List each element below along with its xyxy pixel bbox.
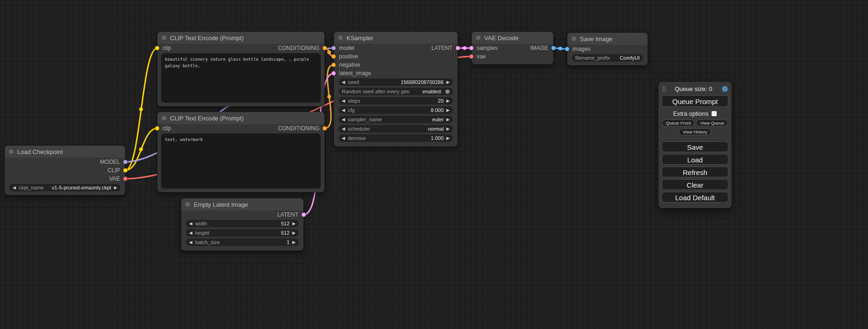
decrement-arrow-icon[interactable]: ◀ (189, 231, 192, 235)
increment-arrow-icon[interactable]: ▶ (446, 108, 450, 112)
sampler-name-widget[interactable]: ◀ sampler_name euler ▶ (339, 116, 453, 123)
conditioning-output-dot[interactable] (323, 126, 327, 131)
drag-handle-icon[interactable] (662, 85, 666, 92)
increment-arrow-icon[interactable]: ▶ (292, 231, 296, 235)
output-slot-latent: LATENT (181, 210, 303, 219)
model-output-dot[interactable] (123, 160, 127, 164)
clip-input-dot[interactable] (155, 126, 159, 131)
node-title: VAE Decode (484, 35, 518, 42)
images-input-dot[interactable] (565, 47, 569, 51)
node-load-checkpoint[interactable]: Load Checkpoint MODEL CLIP VAE ◀ ckpt_na… (5, 146, 125, 195)
queue-front-button[interactable]: Queue Front (662, 119, 694, 126)
increment-arrow-icon[interactable]: ▶ (446, 136, 450, 140)
collapse-dot-icon[interactable] (162, 35, 166, 40)
node-header[interactable]: Empty Latent Image (181, 198, 303, 210)
node-header[interactable]: KSampler (334, 32, 458, 44)
model-input-dot[interactable] (332, 46, 336, 50)
decrement-arrow-icon[interactable]: ◀ (342, 127, 345, 131)
positive-input-dot[interactable] (332, 55, 336, 59)
filename-prefix-widget[interactable]: filename_prefix ComfyUI (572, 54, 643, 62)
node-header[interactable]: CLIP Text Encode (Prompt) (157, 32, 325, 44)
increment-arrow-icon[interactable]: ▶ (292, 240, 296, 245)
ckpt-name-widget[interactable]: ◀ ckpt_name v1-5-pruned-emaonly.ckpt ▶ (9, 184, 120, 191)
extra-options-checkbox[interactable] (712, 111, 717, 116)
decrement-arrow-icon[interactable]: ◀ (342, 118, 345, 122)
latent-output-dot[interactable] (456, 46, 460, 50)
wire-midpoint-dot (558, 47, 562, 50)
increment-arrow-icon[interactable]: ▶ (446, 99, 450, 103)
collapse-dot-icon[interactable] (162, 116, 166, 120)
collapse-dot-icon[interactable] (572, 36, 576, 41)
wire-midpoint-dot (139, 107, 143, 111)
latent-image-input-dot[interactable] (332, 71, 336, 76)
node-header[interactable]: VAE Decode (472, 32, 553, 44)
decrement-arrow-icon[interactable]: ◀ (342, 99, 345, 103)
denoise-widget[interactable]: ◀ denoise 1.000 ▶ (339, 134, 453, 142)
random-seed-toggle[interactable] (445, 90, 450, 94)
node-header[interactable]: Load Checkpoint (5, 146, 125, 158)
clip-input-dot[interactable] (155, 46, 159, 50)
steps-widget[interactable]: ◀ steps 20 ▶ (339, 97, 453, 105)
node-save-image[interactable]: Save Image images filename_prefix ComfyU… (567, 33, 648, 65)
node-ksampler[interactable]: KSampler model LATENT positive negative … (334, 32, 458, 147)
increment-arrow-icon[interactable]: ▶ (446, 127, 450, 131)
decrement-arrow-icon[interactable]: ◀ (342, 108, 345, 112)
clip-output-dot[interactable] (123, 168, 127, 173)
increment-arrow-icon[interactable]: ▶ (446, 80, 450, 84)
collapse-dot-icon[interactable] (185, 202, 190, 207)
increment-arrow-icon[interactable]: ▶ (446, 118, 450, 122)
node-header[interactable]: CLIP Text Encode (Prompt) (157, 112, 325, 124)
settings-gear-icon[interactable] (721, 85, 728, 92)
height-widget[interactable]: ◀ height 512 ▶ (186, 229, 299, 237)
decrement-arrow-icon[interactable]: ◀ (13, 186, 16, 190)
view-history-button[interactable]: View History (679, 128, 711, 135)
view-queue-button[interactable]: View Queue (696, 119, 728, 126)
input-slot-vae: vae (472, 52, 553, 61)
scheduler-widget[interactable]: ◀ scheduler normal ▶ (339, 125, 453, 133)
node-header[interactable]: Save Image (567, 33, 648, 45)
output-slot-clip: CLIP (5, 166, 125, 175)
cfg-widget[interactable]: ◀ cfg 8.000 ▶ (339, 106, 453, 114)
node-graph-canvas[interactable]: Load Checkpoint MODEL CLIP VAE ◀ ckpt_na… (0, 0, 868, 329)
refresh-button[interactable]: Refresh (662, 167, 728, 177)
clear-button[interactable]: Clear (662, 179, 728, 190)
decrement-arrow-icon[interactable]: ◀ (189, 222, 192, 226)
vae-input-dot[interactable] (469, 55, 473, 59)
increment-arrow-icon[interactable]: ▶ (292, 222, 296, 226)
save-button[interactable]: Save (662, 141, 728, 152)
decrement-arrow-icon[interactable]: ◀ (342, 136, 345, 140)
node-clip-text-encode-positive[interactable]: CLIP Text Encode (Prompt) clip CONDITION… (157, 32, 325, 106)
latent-output-dot[interactable] (302, 213, 306, 217)
input-slot-images: images (567, 45, 648, 53)
seed-widget[interactable]: ◀ seed 156680208700286 ▶ (339, 78, 453, 86)
collapse-dot-icon[interactable] (476, 35, 480, 40)
wire-midpoint-dot (463, 46, 466, 50)
decrement-arrow-icon[interactable]: ◀ (342, 80, 345, 84)
wire-midpoint-dot (327, 50, 331, 54)
conditioning-output-dot[interactable] (323, 46, 327, 50)
width-widget[interactable]: ◀ width 512 ▶ (186, 220, 299, 227)
decrement-arrow-icon[interactable]: ◀ (189, 240, 192, 245)
node-clip-text-encode-negative[interactable]: CLIP Text Encode (Prompt) clip CONDITION… (157, 112, 325, 192)
increment-arrow-icon[interactable]: ▶ (114, 186, 117, 190)
input-slot-positive: positive (334, 52, 458, 61)
collapse-dot-icon[interactable] (9, 149, 14, 154)
queue-prompt-button[interactable]: Queue Prompt (662, 95, 728, 107)
node-empty-latent-image[interactable]: Empty Latent Image LATENT ◀ width 512 ▶ … (181, 198, 303, 251)
negative-prompt-textarea[interactable]: text, watermark (161, 133, 321, 189)
slot-row-model-latent: model LATENT (334, 44, 458, 52)
collapse-dot-icon[interactable] (338, 35, 343, 40)
node-title: Empty Latent Image (194, 201, 248, 208)
load-default-button[interactable]: Load Default (662, 192, 728, 203)
vae-output-dot[interactable] (123, 177, 127, 181)
random-seed-widget[interactable]: Random seed after every gen enabled (339, 88, 453, 95)
node-vae-decode[interactable]: VAE Decode samples IMAGE vae (472, 32, 553, 64)
load-button[interactable]: Load (662, 154, 728, 165)
output-slot-vae: VAE (5, 175, 125, 183)
samples-input-dot[interactable] (469, 46, 473, 50)
batch-size-widget[interactable]: ◀ batch_size 1 ▶ (186, 238, 299, 246)
node-title: CLIP Text Encode (Prompt) (170, 115, 244, 122)
negative-input-dot[interactable] (332, 63, 336, 67)
image-output-dot[interactable] (551, 46, 556, 50)
positive-prompt-textarea[interactable]: beautiful scenery nature glass bottle la… (161, 53, 321, 103)
